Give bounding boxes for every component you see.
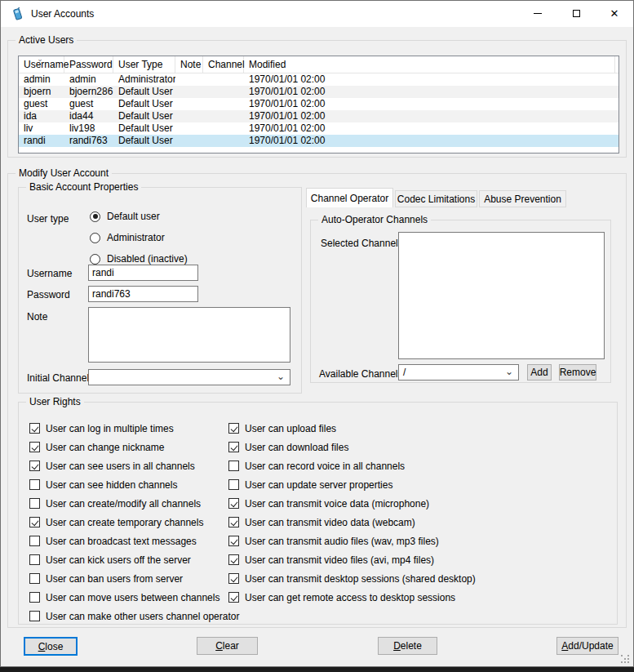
table-row-guest[interactable]: guestguestDefault User1970/01/01 02:00: [19, 98, 618, 110]
checkbox-user-can-transmit-video-files-avi-mp4-fi[interactable]: User can transmit video files (avi, mp4 …: [228, 550, 476, 569]
checkbox-label: User can download files: [245, 442, 348, 453]
checkbox-user-can-update-server-properties[interactable]: User can update server properties: [228, 475, 476, 494]
user-rights-left-column: User can log in multiple timesUser can c…: [29, 419, 239, 625]
clear-button[interactable]: Clear: [197, 637, 258, 655]
table-row-liv[interactable]: livliv198Default User1970/01/01 02:00: [19, 122, 618, 135]
checkbox-user-can-download-files[interactable]: User can download files: [228, 438, 476, 456]
column-header-username[interactable]: Username⌄: [19, 56, 64, 73]
table-row-admin[interactable]: adminadminAdministrator1970/01/01 02:00: [19, 73, 618, 86]
table-row-ida[interactable]: idaida44Default User1970/01/01 02:00: [19, 110, 618, 122]
password-input[interactable]: [88, 286, 198, 302]
checkbox-icon[interactable]: [29, 611, 40, 621]
tab-codec-limitations[interactable]: Codec Limitations: [395, 190, 477, 207]
checkbox-user-can-create-temporary-channels[interactable]: User can create temporary channels: [29, 513, 239, 532]
radio-label: Default user: [107, 211, 160, 222]
checkbox-user-can-change-nickname[interactable]: User can change nickname: [29, 438, 239, 456]
active-users-table[interactable]: Username⌄PasswordUser TypeNoteChannelMod…: [18, 56, 619, 154]
checkbox-icon[interactable]: [228, 536, 239, 546]
checkbox-user-can-record-voice-in-all-channels[interactable]: User can record voice in all channels: [228, 456, 476, 475]
table-row-randi[interactable]: randirandi763Default User1970/01/01 02:0…: [19, 135, 618, 147]
available-channels-combobox[interactable]: / ⌄: [398, 364, 519, 381]
minimize-button[interactable]: [519, 1, 556, 26]
checkbox-user-can-transmit-video-data-webcam-[interactable]: User can transmit video data (webcam): [228, 513, 476, 532]
checkbox-user-can-see-users-in-all-channels[interactable]: User can see users in all channels: [29, 456, 239, 475]
checkbox-label: User can transmit video data (webcam): [245, 517, 415, 528]
checkbox-label: User can broadcast text messages: [46, 536, 197, 547]
checkbox-label: User can record voice in all channels: [245, 461, 405, 472]
initial-channel-combobox[interactable]: ⌄: [88, 369, 290, 385]
checkbox-icon[interactable]: [29, 536, 40, 546]
radio-default-user[interactable]: Default user: [90, 206, 188, 227]
checkbox-user-can-transmit-voice-data-microphone-[interactable]: User can transmit voice data (microphone…: [228, 494, 476, 513]
column-header-user-type[interactable]: User Type: [113, 56, 175, 73]
checkbox-user-can-upload-files[interactable]: User can upload files: [228, 419, 476, 438]
checkbox-icon[interactable]: [29, 573, 40, 584]
note-input[interactable]: [88, 307, 290, 363]
username-input[interactable]: [88, 265, 198, 281]
selected-channels-label: Selected Channels: [321, 238, 403, 249]
add-update-button[interactable]: Add/Update: [556, 637, 618, 655]
table-header[interactable]: Username⌄PasswordUser TypeNoteChannelMod…: [19, 56, 618, 73]
checkbox-icon[interactable]: [29, 592, 40, 603]
checkbox-user-can-log-in-multiple-times[interactable]: User can log in multiple times: [29, 419, 239, 438]
checkbox-label: User can ban users from server: [46, 573, 183, 585]
column-header-modified[interactable]: Modified: [244, 56, 615, 73]
checkbox-user-can-ban-users-from-server[interactable]: User can ban users from server: [29, 569, 239, 588]
checkbox-user-can-move-users-between-channels[interactable]: User can move users between channels: [29, 588, 239, 607]
app-icon: [11, 7, 24, 21]
radio-icon[interactable]: [90, 233, 100, 243]
checkbox-icon[interactable]: [29, 479, 40, 490]
checkbox-user-can-see-hidden-channels[interactable]: User can see hidden channels: [29, 475, 239, 494]
checkbox-icon[interactable]: [228, 554, 239, 565]
checkbox-icon[interactable]: [29, 517, 40, 527]
column-header-password[interactable]: Password: [64, 56, 113, 73]
cell: Default User: [113, 98, 175, 110]
column-header-channel[interactable]: Channel: [203, 56, 244, 73]
active-users-group: Active Users Username⌄PasswordUser TypeN…: [7, 40, 627, 158]
checkbox-icon[interactable]: [29, 498, 40, 509]
maximize-button[interactable]: [557, 1, 595, 26]
close-button[interactable]: Close: [24, 637, 78, 656]
add-button[interactable]: Add: [527, 364, 552, 381]
checkbox-icon[interactable]: [29, 554, 40, 565]
checkbox-icon[interactable]: [228, 498, 239, 509]
checkbox-icon[interactable]: [29, 442, 40, 452]
checkbox-icon[interactable]: [228, 517, 239, 527]
close-window-button[interactable]: ✕: [596, 1, 633, 26]
modify-user-account-legend: Modify User Account: [16, 167, 112, 179]
user-rights-right-column: User can upload filesUser can download f…: [228, 419, 476, 607]
checkbox-user-can-transmit-desktop-sessions-share[interactable]: User can transmit desktop sessions (shar…: [228, 569, 476, 588]
column-header-note[interactable]: Note: [175, 56, 203, 73]
checkbox-icon[interactable]: [228, 479, 239, 490]
tab-abuse-prevention[interactable]: Abuse Prevention: [479, 190, 566, 207]
checkbox-icon[interactable]: [228, 573, 239, 584]
radio-icon[interactable]: [90, 254, 100, 265]
resize-grip[interactable]: [621, 655, 630, 664]
checkbox-user-can-create-modify-all-channels[interactable]: User can create/modify all channels: [29, 494, 239, 513]
checkbox-user-can-make-other-users-channel-operat[interactable]: User can make other users channel operat…: [29, 607, 239, 625]
radio-icon[interactable]: [90, 211, 100, 222]
checkbox-user-can-transmit-audio-files-wav-mp3-fi[interactable]: User can transmit audio files (wav, mp3 …: [228, 532, 476, 550]
checkbox-label: User can move users between channels: [46, 592, 219, 603]
checkbox-icon[interactable]: [228, 592, 239, 603]
checkbox-icon[interactable]: [228, 461, 239, 471]
remove-button[interactable]: Remove: [559, 364, 596, 381]
delete-button[interactable]: Delete: [378, 637, 437, 655]
selected-channels-listbox[interactable]: [398, 232, 605, 359]
user-accounts-window: User Accounts ✕ Active Users Username⌄Pa…: [0, 0, 634, 667]
table-body[interactable]: adminadminAdministrator1970/01/01 02:00b…: [19, 73, 618, 147]
column-header-label: Modified: [249, 59, 286, 70]
checkbox-user-can-get-remote-access-to-desktop-se[interactable]: User can get remote access to desktop se…: [228, 588, 476, 607]
checkbox-user-can-broadcast-text-messages[interactable]: User can broadcast text messages: [29, 532, 239, 550]
checkbox-user-can-kick-users-off-the-server[interactable]: User can kick users off the server: [29, 550, 239, 569]
cell: Default User: [113, 122, 175, 135]
table-row-bjoern[interactable]: bjoernbjoern286Default User1970/01/01 02…: [19, 86, 618, 98]
radio-administrator[interactable]: Administrator: [90, 227, 188, 248]
checkbox-icon[interactable]: [29, 461, 40, 471]
tab-channel-operator[interactable]: Channel Operator: [306, 188, 393, 207]
checkbox-icon[interactable]: [228, 423, 239, 434]
titlebar[interactable]: User Accounts ✕: [1, 1, 633, 27]
checkbox-icon[interactable]: [228, 442, 239, 452]
sort-ascending-icon: ⌄: [37, 56, 43, 63]
checkbox-icon[interactable]: [29, 423, 40, 434]
